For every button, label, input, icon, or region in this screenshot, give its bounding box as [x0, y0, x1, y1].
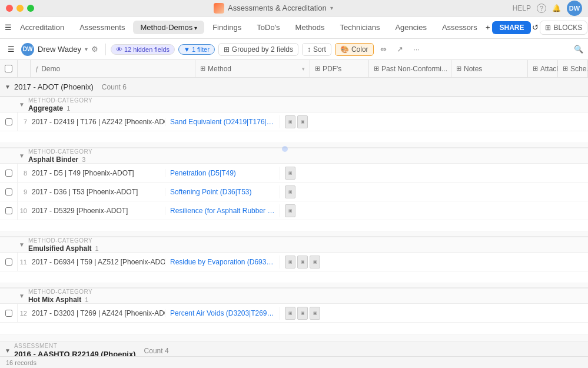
pdf-thumb-4[interactable]: ▣	[285, 185, 295, 198]
user-settings-icon[interactable]: ⚙	[91, 45, 98, 54]
blocks-label: BLOCKS	[553, 24, 582, 32]
pdf-thumb-8[interactable]: ▣	[310, 256, 320, 268]
category-asphalt-binder: ▼ METHOD-CATEGORY Asphalt Binder 3 8 201…	[0, 148, 588, 232]
grid-icon-2: ⊞	[315, 65, 320, 72]
formula-icon: ƒ	[35, 65, 39, 72]
spacer-3	[0, 283, 588, 288]
group-aashto[interactable]: ▼ ASSESSMENT 2016 - AASHTO R22149 (Phoen…	[0, 342, 588, 356]
group-aashto-chevron[interactable]: ▼	[5, 347, 11, 354]
user-dropdown-icon[interactable]: ▾	[85, 46, 88, 52]
category-aggregate-label: Aggregate	[28, 104, 63, 112]
table-row: 9 2017 - D36 | T53 [Phoenix-ADOT] Soften…	[0, 183, 588, 201]
category-emulsified-header[interactable]: ▼ METHOD-CATEGORY Emulsified Asphalt 1	[0, 237, 588, 253]
hidden-fields-button[interactable]: 👁 12 hidden fields	[111, 44, 175, 55]
search-icon[interactable]: 🔍	[574, 45, 583, 54]
row-7-checkbox[interactable]	[0, 112, 18, 131]
category-asphalt-binder-label: Asphalt Binder	[28, 155, 78, 164]
nav-assessors[interactable]: Assessors	[435, 21, 484, 34]
pdf-thumb-1[interactable]: ▣	[285, 115, 295, 128]
category-aggregate-chevron[interactable]: ▼	[19, 101, 25, 108]
row-10-method[interactable]: Resilience (for Asphalt Rubber Designs) …	[165, 207, 280, 215]
more-options-icon[interactable]: ···	[410, 43, 423, 56]
filter-button[interactable]: ▼ 1 filter	[178, 44, 215, 55]
aggregate-empty-row	[0, 131, 588, 143]
user-avatar[interactable]: DW	[567, 1, 582, 16]
pdf-thumb-10[interactable]: ▣	[297, 307, 308, 320]
row-height-icon[interactable]: ⇔	[377, 43, 390, 56]
pdf-thumb-5[interactable]: ▣	[285, 204, 295, 217]
nav-assessments[interactable]: Assessments	[72, 21, 132, 34]
category-hot-mix-header[interactable]: ▼ METHOD-CATEGORY Hot Mix Asphalt 1	[0, 289, 588, 304]
category-emulsified-chevron[interactable]: ▼	[19, 241, 25, 248]
row-11-method[interactable]: Residue by Evaporation (D6934|T59|AZ512)	[165, 258, 280, 266]
row-7-pdfs: ▣ ▣	[280, 115, 338, 128]
row-10-checkbox[interactable]	[0, 201, 18, 220]
nav-todo[interactable]: ToDo's	[250, 21, 287, 34]
group-adot-label: 2017 - ADOT (Phoenix)	[14, 82, 94, 91]
nav-technicians[interactable]: Technicians	[333, 21, 387, 34]
category-aggregate-header[interactable]: ▼ METHOD-CATEGORY Aggregate 1	[0, 97, 588, 112]
pdf-thumb-2[interactable]: ▣	[297, 115, 308, 128]
color-label: Color	[351, 45, 368, 54]
group-label: Grouped by 2 fields	[232, 45, 293, 54]
add-nav-icon[interactable]: +	[486, 21, 490, 34]
pdf-thumb-9[interactable]: ▣	[285, 307, 295, 320]
category-asphalt-binder-chevron[interactable]: ▼	[19, 152, 25, 159]
minimize-button[interactable]	[16, 5, 24, 12]
color-button[interactable]: 🎨 Color	[335, 43, 374, 56]
header-checkbox[interactable]	[0, 60, 18, 77]
header-nonconforming-label: Past Non-Conformi...	[381, 65, 447, 73]
row-11-checkbox[interactable]	[0, 253, 18, 271]
row-7-num: 7	[18, 118, 29, 125]
category-label-small: METHOD-CATEGORY	[28, 97, 92, 104]
row-9-method[interactable]: Softening Point (D36|T53)	[165, 188, 280, 196]
nav-findings[interactable]: Findings	[205, 21, 248, 34]
close-button[interactable]	[6, 5, 13, 12]
share-button[interactable]: SHARE	[492, 21, 531, 34]
pdf-thumb-6[interactable]: ▣	[285, 256, 295, 268]
title-dropdown-icon[interactable]: ▾	[330, 5, 333, 11]
category-asphalt-binder-header[interactable]: ▼ METHOD-CATEGORY Asphalt Binder 3	[0, 148, 588, 164]
row-9-num: 9	[18, 188, 29, 195]
pdf-thumb-11[interactable]: ▣	[310, 307, 320, 320]
grid-icon-3: ⊞	[374, 65, 379, 72]
group-adot-chevron[interactable]: ▼	[5, 84, 11, 90]
nav-agencies[interactable]: Agencies	[388, 21, 433, 34]
sidebar-toggle-icon[interactable]: ☰	[5, 43, 18, 56]
history-icon[interactable]: ↺	[532, 21, 539, 34]
nav-accreditation[interactable]: Accreditation	[13, 21, 71, 34]
row-7-main: 2017 - D2419 | T176 | AZ242 [Phoenix-ADO…	[29, 118, 165, 126]
category-hot-mix-chevron[interactable]: ▼	[19, 293, 25, 299]
nav-method-demos[interactable]: Method-Demos	[133, 21, 204, 34]
category-label-small-2: METHOD-CATEGORY	[28, 148, 92, 155]
group-adot[interactable]: ▼ 2017 - ADOT (Phoenix) Count 6	[0, 78, 588, 97]
select-all-checkbox[interactable]	[5, 65, 12, 72]
maximize-button[interactable]	[27, 5, 34, 12]
app-icon	[214, 3, 224, 14]
header-expand	[18, 60, 31, 77]
row-8-method[interactable]: Penetration (D5|T49)	[165, 169, 280, 177]
nav-methods[interactable]: Methods	[288, 21, 332, 34]
group-button[interactable]: ⊞ Grouped by 2 fields	[218, 43, 298, 56]
emulsified-empty-row	[0, 271, 588, 283]
share-view-icon[interactable]: ↗	[394, 43, 407, 56]
category-asphalt-binder-count: 3	[82, 156, 85, 163]
help-icon[interactable]: ?	[537, 4, 546, 13]
menu-icon[interactable]: ☰	[5, 21, 12, 34]
method-dropdown-icon[interactable]: ▾	[302, 66, 305, 72]
blocks-button[interactable]: ⊞ BLOCKS	[540, 21, 587, 35]
row-12-method[interactable]: Percent Air Voids (D3203|T269|AZ424)	[165, 309, 280, 317]
category-emulsified-label: Emulsified Asphalt	[28, 244, 92, 253]
row-8-checkbox[interactable]	[0, 164, 18, 182]
row-7-method[interactable]: Sand Equivalent (D2419|T176|AZ242)	[165, 118, 280, 126]
notification-icon[interactable]: 🔔	[552, 4, 561, 12]
category-hot-mix: ▼ METHOD-CATEGORY Hot Mix Asphalt 1 12 2…	[0, 288, 588, 334]
pdf-thumb-7[interactable]: ▣	[297, 256, 308, 268]
row-9-pdfs: ▣	[280, 185, 338, 198]
row-8-main: 2017 - D5 | T49 [Phoenix-ADOT]	[29, 169, 165, 177]
row-9-checkbox[interactable]	[0, 183, 18, 201]
row-12-checkbox[interactable]	[0, 304, 18, 322]
help-label: HELP	[513, 4, 531, 12]
sort-button[interactable]: ↕ Sort	[302, 43, 331, 56]
pdf-thumb-3[interactable]: ▣	[285, 167, 295, 180]
